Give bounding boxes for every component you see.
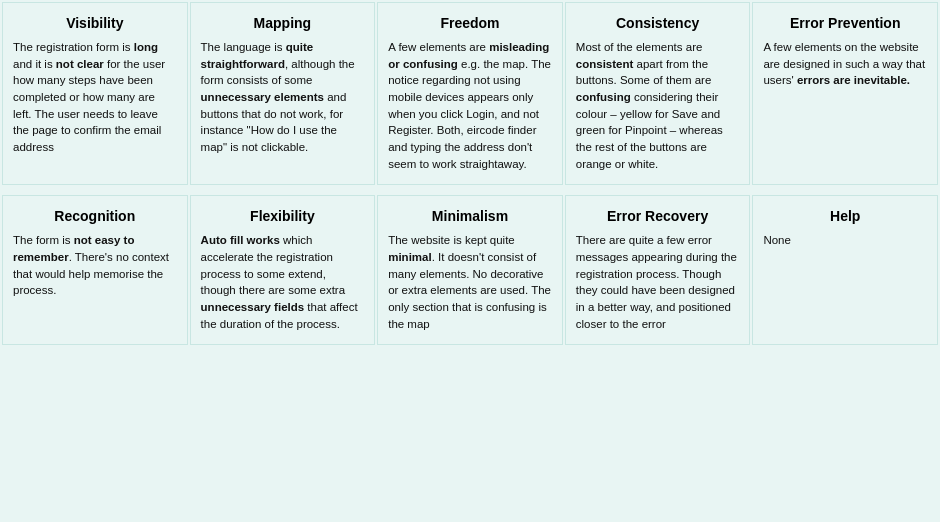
body-error-recovery: There are quite a few error messages app…: [576, 232, 740, 332]
body-freedom: A few elements are misleading or confusi…: [388, 39, 552, 172]
body-help: None: [763, 232, 927, 249]
body-consistency: Most of the elements are consistent apar…: [576, 39, 740, 172]
heuristics-grid: Visibility The registration form is long…: [0, 0, 940, 347]
cell-error-prevention: Error Prevention A few elements on the w…: [752, 2, 938, 185]
cell-consistency: Consistency Most of the elements are con…: [565, 2, 751, 185]
cell-flexibility: Flexibility Auto fill works which accele…: [190, 195, 376, 345]
cell-minimalism: Minimalism The website is kept quite min…: [377, 195, 563, 345]
body-mapping: The language is quite straightforward, a…: [201, 39, 365, 156]
title-recognition: Recognition: [13, 208, 177, 224]
cell-visibility: Visibility The registration form is long…: [2, 2, 188, 185]
cell-recognition: Recognition The form is not easy to reme…: [2, 195, 188, 345]
cell-error-recovery: Error Recovery There are quite a few err…: [565, 195, 751, 345]
body-visibility: The registration form is long and it is …: [13, 39, 177, 156]
title-mapping: Mapping: [201, 15, 365, 31]
body-error-prevention: A few elements on the website are design…: [763, 39, 927, 89]
title-flexibility: Flexibility: [201, 208, 365, 224]
title-error-prevention: Error Prevention: [763, 15, 927, 31]
title-minimalism: Minimalism: [388, 208, 552, 224]
title-visibility: Visibility: [13, 15, 177, 31]
body-recognition: The form is not easy to remember. There'…: [13, 232, 177, 299]
title-error-recovery: Error Recovery: [576, 208, 740, 224]
title-consistency: Consistency: [576, 15, 740, 31]
title-help: Help: [763, 208, 927, 224]
title-freedom: Freedom: [388, 15, 552, 31]
body-flexibility: Auto fill works which accelerate the reg…: [201, 232, 365, 332]
body-minimalism: The website is kept quite minimal. It do…: [388, 232, 552, 332]
cell-freedom: Freedom A few elements are misleading or…: [377, 2, 563, 185]
cell-help: Help None: [752, 195, 938, 345]
cell-mapping: Mapping The language is quite straightfo…: [190, 2, 376, 185]
row-separator: [2, 187, 938, 193]
